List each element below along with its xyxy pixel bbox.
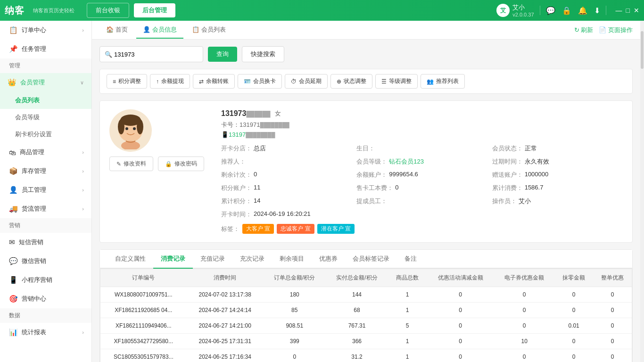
tag-loyal[interactable]: 忠诚客户 宣 <box>277 224 314 234</box>
col-time: 消费时间 <box>187 269 264 287</box>
change-pwd-btn[interactable]: 🔒 修改密码 <box>158 156 204 171</box>
close-btn[interactable]: ✕ <box>634 7 639 14</box>
tab-remaining[interactable]: 剩余项目 <box>272 250 312 269</box>
logo-subtitle: 纳客首页历史轻松 <box>33 7 74 14</box>
lock-icon[interactable]: 🔒 <box>562 6 571 15</box>
page-ops-btn[interactable]: 📄 页面操作 <box>599 26 633 34</box>
tab-coupons[interactable]: 优惠券 <box>312 250 345 269</box>
member-gender: 女 <box>275 109 281 118</box>
tag-potential[interactable]: 潜在客户 宣 <box>317 224 355 234</box>
btn-balance-transfer[interactable]: ⇄ 余额转账 <box>193 74 235 89</box>
search-input[interactable] <box>114 51 198 58</box>
topbar-icons: 💬 🔒 🔔 ⬇ <box>546 6 600 15</box>
sidebar-item-members-parent[interactable]: 👑 会员管理 ∨ <box>0 73 91 92</box>
tab-member-list[interactable]: 📋 会员列表 <box>185 22 232 39</box>
sidebar-item-marketing-center[interactable]: 🎯 营销中心 <box>0 289 91 308</box>
nav-frontend-btn[interactable]: 前台收银 <box>87 3 129 18</box>
tab-notes[interactable]: 备注 <box>397 250 424 269</box>
scrollbar-thumb <box>641 31 644 69</box>
cell-total: 908.51 <box>264 318 326 334</box>
query-button[interactable]: 查询 <box>208 47 237 62</box>
svg-point-2 <box>118 119 124 134</box>
tab-tags-log[interactable]: 会员标签记录 <box>345 250 397 269</box>
sidebar-section-data: 数据 <box>0 308 91 323</box>
lock-icon2: 🔒 <box>165 161 172 167</box>
tab-member-info[interactable]: 👤 会员信息 <box>136 22 183 39</box>
cell-count: 1 <box>388 303 427 318</box>
btn-points-adjust[interactable]: ≡ 积分调整 <box>107 74 147 89</box>
btn-level-adjust[interactable]: ☰ 等级调整 <box>375 74 418 89</box>
table-row[interactable]: XF18621110949406... 2024-06-27 14:21:00 … <box>100 318 632 334</box>
tabs-container: 自定义属性 消费记录 充值记录 充次记录 剩余项目 优惠券 会员标签记录 备注 … <box>99 249 633 362</box>
minimize-btn[interactable]: — <box>616 7 622 14</box>
cell-round: 0 <box>554 287 593 303</box>
col-coupon: 电子券优惠金额 <box>494 269 554 287</box>
tab-recharge[interactable]: 充值记录 <box>193 250 232 269</box>
sidebar-label-sms: 短信营销 <box>19 238 43 247</box>
quick-search-button[interactable]: 快捷搜索 <box>242 46 284 62</box>
refresh-btn[interactable]: ↻ 刷新 <box>574 26 594 34</box>
edit-profile-btn[interactable]: ✎ 修改资料 <box>109 156 153 171</box>
table-row[interactable]: XF186211920685 04... 2024-06-27 14:24:14… <box>100 303 632 318</box>
cell-paid: 144 <box>326 287 388 303</box>
tab-member-list-label: 会员列表 <box>201 25 226 34</box>
chevron-stats-icon: › <box>82 329 84 335</box>
chevron-icon: › <box>82 27 84 33</box>
tab-consumption[interactable]: 消费记录 <box>153 250 193 269</box>
table-row[interactable]: SC180553051579783... 2024-06-25 17:16:34… <box>100 349 632 362</box>
col-discount: 优惠活动满减金额 <box>427 269 494 287</box>
btn-balance-withdraw[interactable]: ↑ 余额提现 <box>150 74 190 89</box>
sidebar-item-staff[interactable]: 👤 员工管理 › <box>0 181 91 199</box>
search-bar: 🔍 查询 快捷搜索 <box>99 46 633 62</box>
btn-status-adjust[interactable]: ⊕ 状态调整 <box>330 74 372 89</box>
logistics-icon: 🚚 <box>9 205 18 213</box>
col-whole: 整单优惠 <box>593 269 632 287</box>
table-row[interactable]: WX18080071009751... 2024-07-02 13:17:38 … <box>100 287 632 303</box>
download-icon[interactable]: ⬇ <box>594 6 600 15</box>
sidebar-item-member-level[interactable]: 会员等级 <box>0 109 91 126</box>
nav-backend-btn[interactable]: 后台管理 <box>134 3 175 17</box>
tag-big-customer[interactable]: 大客户 宣 <box>242 224 274 234</box>
member-phone[interactable]: 📱13197████████ <box>221 131 623 138</box>
tab-times[interactable]: 充次记录 <box>232 250 272 269</box>
member-details: 开卡分店：总店 生日： 会员状态：正常 推荐人： 会员等级：钻石会员123 过期… <box>221 143 623 207</box>
sidebar-item-logistics[interactable]: 🚚 货流管理 › <box>0 199 91 218</box>
btn-member-extend[interactable]: ⏱ 会员延期 <box>285 74 328 89</box>
sidebar-item-goods[interactable]: 🛍 商品管理 › <box>0 143 91 162</box>
sidebar-item-miniapp[interactable]: 📱 小程序营销 <box>0 271 91 289</box>
sidebar-item-wechat[interactable]: 💬 微信营销 <box>0 252 91 271</box>
bell-icon[interactable]: 🔔 <box>578 6 587 15</box>
sidebar-label-logistics: 货流管理 <box>22 205 46 213</box>
sidebar-label-goods: 商品管理 <box>20 148 44 156</box>
btn-card-swap[interactable]: 🪪 会员换卡 <box>238 74 282 89</box>
sidebar-item-stats[interactable]: 📊 统计报表 › <box>0 323 91 342</box>
cell-count: 1 <box>388 349 427 362</box>
chevron-staff-icon: › <box>82 187 84 193</box>
table-row[interactable]: XF180553427729580... 2024-06-25 17:31:31… <box>100 334 632 349</box>
cell-order-no: XF186211920685 04... <box>100 303 187 318</box>
sidebar-item-member-list[interactable]: 会员列表 <box>0 92 91 109</box>
tab-custom-attrs[interactable]: 自定义属性 <box>107 250 153 269</box>
tab-home[interactable]: 🏠 首页 <box>99 22 134 39</box>
chevron-down-icon: ∨ <box>80 80 84 86</box>
main-layout: 📋 订单中心 › 📌 任务管理 管理 👑 会员管理 ∨ 会员列表 会员等级 刷卡… <box>0 21 644 362</box>
btn-referral-list[interactable]: 👥 推荐列表 <box>421 74 465 89</box>
miniapp-icon: 📱 <box>9 276 18 284</box>
sidebar-item-orders[interactable]: 📋 订单中心 › <box>0 21 91 40</box>
transfer-icon: ⇄ <box>199 78 204 85</box>
right-scrollbar[interactable] <box>640 21 644 362</box>
card-swap-icon: 🪪 <box>244 78 251 85</box>
sidebar-label-tasks: 任务管理 <box>22 45 46 53</box>
sidebar-item-sms[interactable]: ✉ 短信营销 <box>0 233 91 252</box>
sidebar-item-inventory[interactable]: 📦 库存管理 › <box>0 162 91 181</box>
sidebar-item-card-points[interactable]: 刷卡积分设置 <box>0 126 91 143</box>
search-input-wrap: 🔍 <box>99 46 203 62</box>
maximize-btn[interactable]: □ <box>626 7 630 14</box>
topbar: 纳客 纳客首页历史轻松 前台收银 后台管理 艾 艾小 v2.0.0.37 💬 🔒… <box>0 0 644 21</box>
points-icon: ≡ <box>113 78 116 85</box>
cell-count: 1 <box>388 287 427 303</box>
cell-time: 2024-06-27 14:24:14 <box>187 303 264 318</box>
sidebar-item-tasks[interactable]: 📌 任务管理 <box>0 40 91 58</box>
help-icon[interactable]: 💬 <box>546 6 555 15</box>
cell-whole: 0 <box>593 318 632 334</box>
